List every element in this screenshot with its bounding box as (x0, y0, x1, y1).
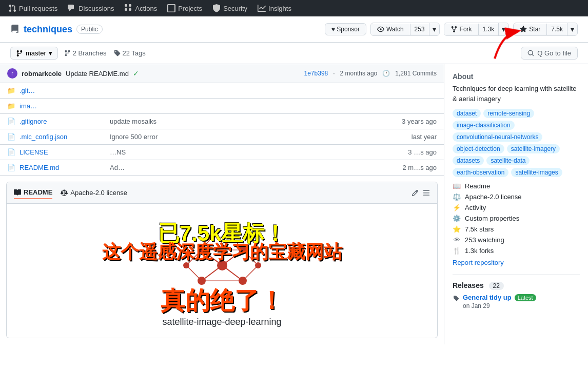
stat-forks-label: 1.3k forks (465, 247, 494, 255)
releases-heading: Releases 22 (453, 281, 580, 289)
file-time: 2 m…s ago (396, 164, 437, 171)
readme-header: README Apache-2.0 license (7, 182, 437, 204)
search-icon (527, 50, 534, 56)
file-link[interactable]: LICENSE (19, 148, 48, 156)
tab-license[interactable]: Apache-2.0 license (61, 187, 127, 199)
fork-button[interactable]: Fork (444, 24, 478, 35)
right-panel: About Techniques for deep learning with … (444, 64, 588, 344)
tag-item[interactable]: earth-observation (453, 168, 508, 177)
file-link[interactable]: .gitignore (19, 118, 47, 125)
stat-watching-label: 253 watching (465, 236, 504, 244)
nav-pull-requests[interactable]: Pull requests (8, 0, 57, 16)
satellite-logo (171, 224, 273, 306)
tag-item[interactable]: satellite-imagery (507, 144, 560, 153)
fork-dropdown[interactable]: ▾ (498, 23, 508, 35)
watch-dropdown[interactable]: ▾ (429, 23, 439, 35)
star-count[interactable]: 7.5k (546, 24, 567, 35)
svg-line-17 (186, 265, 202, 281)
tag-item[interactable]: object-detection (453, 144, 504, 153)
fork-group: Fork 1.3k ▾ (444, 23, 509, 36)
file-link[interactable]: .mlc_config.json (19, 133, 67, 141)
file-link[interactable]: .git… (19, 87, 35, 94)
book-icon (14, 189, 21, 196)
commit-sha[interactable]: 1e7b398 (304, 70, 328, 77)
nav-discussions[interactable]: Discussions (68, 0, 114, 16)
nav-projects[interactable]: Projects (167, 0, 202, 16)
star-stat-icon: ⭐ (453, 225, 461, 233)
tag-item[interactable]: image-classification (453, 121, 515, 130)
commits-count[interactable]: 1,281 Commits (395, 70, 437, 77)
readme-title: satellite-image-deep-learning (17, 317, 427, 327)
stat-watching[interactable]: 👁 253 watching (453, 236, 580, 244)
about-section: About Techniques for deep learning with … (453, 72, 580, 266)
file-row: 📄 LICENSE …NS 3 …s ago (0, 145, 444, 160)
sponsor-button[interactable]: ♥ Sponsor (325, 23, 366, 35)
left-panel: r robmarkcole Update README.md ✓ 1e7b398… (0, 64, 444, 344)
branch-count-icon (64, 50, 71, 56)
license-stat-icon: ⚖️ (453, 193, 461, 201)
commit-author[interactable]: robmarkcole (22, 70, 62, 78)
stat-stars-label: 7.5k stars (465, 225, 494, 233)
readme-section: README Apache-2.0 license 已7.5k星标！ 这个遥感深… (6, 182, 438, 338)
svg-line-16 (232, 237, 243, 250)
file-link[interactable]: README.md (19, 164, 59, 171)
projects-icon (167, 4, 175, 12)
file-link[interactable]: ima… (19, 102, 37, 110)
stat-readme[interactable]: 📖 Readme (453, 182, 580, 190)
book-stat-icon: 📖 (453, 182, 461, 190)
stat-forks[interactable]: 🍴 1.3k forks (453, 247, 580, 255)
avatar: r (7, 68, 17, 79)
nav-security[interactable]: Security (212, 0, 247, 16)
watch-count[interactable]: 253 (410, 24, 429, 35)
nav-insights[interactable]: Insights (258, 0, 291, 16)
file-row: 📁 ima… (0, 99, 444, 114)
tag-item[interactable]: satellite-images (511, 168, 562, 177)
custom-stat-icon: ⚙️ (453, 215, 461, 222)
tag-item[interactable]: datasets (453, 156, 484, 165)
star-dropdown[interactable]: ▾ (567, 23, 577, 35)
commit-dot: · (333, 70, 335, 77)
tag-item[interactable]: convolutional-neural-networks (453, 132, 542, 142)
watch-button[interactable]: Watch (371, 24, 410, 35)
tab-readme[interactable]: README (14, 186, 52, 199)
branch-selector[interactable]: master ▾ (10, 47, 58, 60)
svg-line-11 (202, 265, 222, 281)
watch-group: Watch 253 ▾ (370, 23, 440, 36)
file-time: 3 …s ago (396, 148, 437, 156)
tag-item[interactable]: satellite-data (486, 156, 530, 165)
tags-row: dataset remote-sensing image-classificat… (453, 109, 580, 177)
file-icon: 📄 (7, 133, 15, 141)
report-repository-link[interactable]: Report repository (453, 259, 504, 266)
stat-activity[interactable]: ⚡ Activity (453, 204, 580, 211)
go-to-file-button[interactable]: Q Go to file (521, 47, 578, 60)
star-button[interactable]: Star (514, 24, 546, 35)
divider (453, 275, 580, 275)
release-item[interactable]: General tidy up Latest on Jan 29 (453, 294, 580, 309)
eye-stat-icon: 👁 (453, 236, 461, 244)
file-row: 📄 .gitignore update mosaiks 3 years ago (0, 114, 444, 129)
stat-custom[interactable]: ⚙️ Custom properties (453, 215, 580, 222)
about-description: Techniques for deep learning with satell… (453, 84, 580, 104)
file-row: 📄 .mlc_config.json Ignore 500 error last… (0, 129, 444, 145)
tags-count[interactable]: 22 Tags (114, 49, 146, 57)
fork-count[interactable]: 1.3k (478, 24, 499, 35)
main-content: r robmarkcole Update README.md ✓ 1e7b398… (0, 64, 588, 344)
nav-actions[interactable]: Actions (125, 0, 158, 16)
pencil-icon[interactable] (411, 189, 419, 197)
clock-icon: 🕐 (382, 70, 390, 77)
list-icon[interactable] (423, 189, 430, 197)
repo-header: techniques Public ♥ Sponsor Watch 253 ▾ … (0, 16, 588, 43)
repo-name[interactable]: techniques (24, 24, 72, 35)
stat-stars[interactable]: ⭐ 7.5k stars (453, 225, 580, 233)
release-name[interactable]: General tidy up (463, 294, 512, 301)
branches-count[interactable]: 2 Branches (64, 49, 107, 57)
releases-section: Releases 22 General tidy up Latest on Ja… (453, 281, 580, 309)
release-date: on Jan 29 (463, 302, 536, 309)
tag-item[interactable]: dataset (453, 109, 481, 118)
file-message: Ad… (100, 164, 396, 171)
tag-item[interactable]: remote-sensing (483, 109, 534, 118)
stat-license[interactable]: ⚖️ Apache-2.0 license (453, 193, 580, 201)
readme-body: 已7.5k星标！ 这个遥感深度学习的宝藏网站 真的绝了！ (7, 204, 437, 338)
file-row: 📁 .git… (0, 83, 444, 99)
folder-icon: 📁 (7, 87, 15, 94)
